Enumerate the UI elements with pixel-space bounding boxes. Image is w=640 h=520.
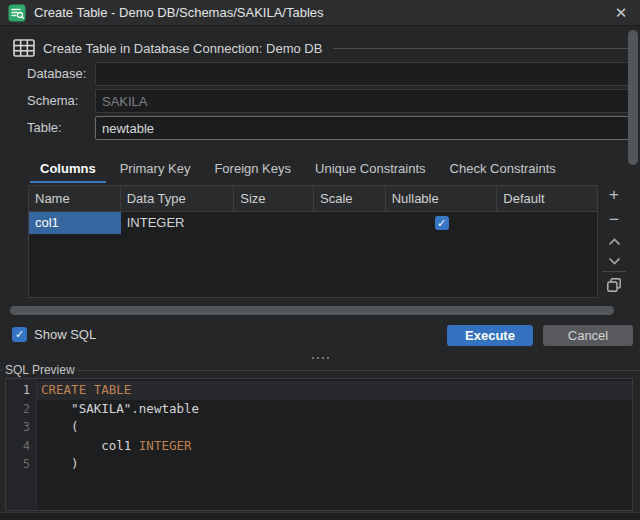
table-grid-icon — [13, 38, 35, 58]
sql-script-search-icon — [8, 4, 26, 22]
col-header-name[interactable]: Name — [29, 186, 121, 211]
sql-preview-editor: 1 CREATE TABLE 2 "SAKILA".newtable 3 ( 4… — [5, 378, 633, 511]
schema-field — [95, 89, 629, 113]
line-number: 2 — [6, 400, 37, 419]
sql-line: 3 ( — [6, 418, 632, 437]
col-header-default[interactable]: Default — [497, 186, 597, 211]
sql-code: ( — [37, 418, 632, 437]
col-header-data-type[interactable]: Data Type — [121, 186, 235, 211]
pane-splitter-handle[interactable] — [0, 356, 640, 360]
cell-name-selected[interactable]: col1 — [29, 212, 121, 234]
sql-line: 4 col1 INTEGER — [6, 437, 632, 456]
cancel-button[interactable]: Cancel — [543, 325, 633, 346]
sql-line: 1 CREATE TABLE — [6, 381, 632, 400]
columns-grid: Name Data Type Size Scale Nullable Defau… — [28, 185, 598, 298]
group-header-label: Create Table in Database Connection: Dem… — [43, 41, 322, 56]
close-icon[interactable]: ✕ — [608, 2, 634, 24]
tab-unique-constraints[interactable]: Unique Constraints — [303, 156, 438, 183]
minus-icon: − — [609, 210, 619, 230]
table-name-field[interactable] — [95, 116, 629, 140]
vertical-scrollbar[interactable] — [628, 30, 638, 165]
cell-nullable: ✓ — [386, 212, 498, 234]
columns-grid-header: Name Data Type Size Scale Nullable Defau… — [29, 186, 597, 212]
titlebar: Create Table - Demo DB/Schemas/SAKILA/Ta… — [0, 0, 640, 26]
sql-line: 2 "SAKILA".newtable — [6, 400, 632, 419]
constraint-tabs: Columns Primary Key Foreign Keys Unique … — [28, 156, 568, 183]
table-label: Table: — [27, 116, 62, 140]
cell-size[interactable] — [234, 212, 314, 234]
copy-column-button[interactable] — [602, 274, 626, 296]
line-number: 1 — [6, 381, 37, 400]
remove-column-button[interactable]: − — [602, 209, 626, 231]
line-number: 5 — [6, 455, 37, 474]
show-sql-checkbox[interactable]: ✓ — [12, 327, 27, 342]
nullable-checkbox[interactable]: ✓ — [435, 216, 449, 230]
group-rule-right — [77, 370, 640, 371]
cell-scale[interactable] — [314, 212, 386, 234]
chevron-down-icon — [608, 257, 621, 265]
sql-preview-group: SQL Preview — [0, 363, 640, 377]
create-table-dialog: Create Table - Demo DB/Schemas/SAKILA/Ta… — [0, 0, 640, 520]
table-row: col1 INTEGER ✓ — [29, 212, 597, 234]
tab-check-constraints[interactable]: Check Constraints — [438, 156, 568, 183]
editor-bottom-scrollbar[interactable] — [0, 512, 640, 520]
col-header-nullable[interactable]: Nullable — [386, 186, 498, 211]
execute-button[interactable]: Execute — [447, 325, 533, 346]
tab-primary-key[interactable]: Primary Key — [108, 156, 203, 183]
toolbar-separator — [602, 271, 626, 272]
sql-line: 5 ) — [6, 455, 632, 474]
move-down-button[interactable] — [602, 250, 626, 272]
database-field — [95, 62, 629, 86]
sql-code: CREATE TABLE — [37, 381, 632, 400]
sql-code: "SAKILA".newtable — [37, 400, 632, 419]
connection-group-header: Create Table in Database Connection: Dem… — [13, 37, 628, 59]
add-column-button[interactable]: + — [602, 184, 626, 206]
database-label: Database: — [27, 62, 86, 86]
line-number: 4 — [6, 437, 37, 456]
group-rule-left — [0, 370, 3, 371]
group-header-rule — [333, 48, 628, 49]
window-title: Create Table - Demo DB/Schemas/SAKILA/Ta… — [34, 0, 324, 26]
chevron-up-icon — [608, 238, 621, 246]
cell-data-type[interactable]: INTEGER — [121, 212, 235, 234]
show-sql-label: Show SQL — [34, 326, 96, 343]
sql-code: ) — [37, 455, 632, 474]
sql-preview-label: SQL Preview — [5, 363, 75, 377]
copy-icon — [606, 277, 622, 293]
sql-code: col1 INTEGER — [37, 437, 632, 456]
plus-icon: + — [609, 185, 619, 205]
col-header-scale[interactable]: Scale — [314, 186, 386, 211]
line-number: 3 — [6, 418, 37, 437]
schema-label: Schema: — [27, 89, 78, 113]
col-header-size[interactable]: Size — [234, 186, 314, 211]
tab-foreign-keys[interactable]: Foreign Keys — [202, 156, 303, 183]
tab-columns[interactable]: Columns — [28, 156, 108, 183]
cell-default[interactable] — [497, 212, 597, 234]
horizontal-scrollbar[interactable] — [10, 306, 614, 315]
